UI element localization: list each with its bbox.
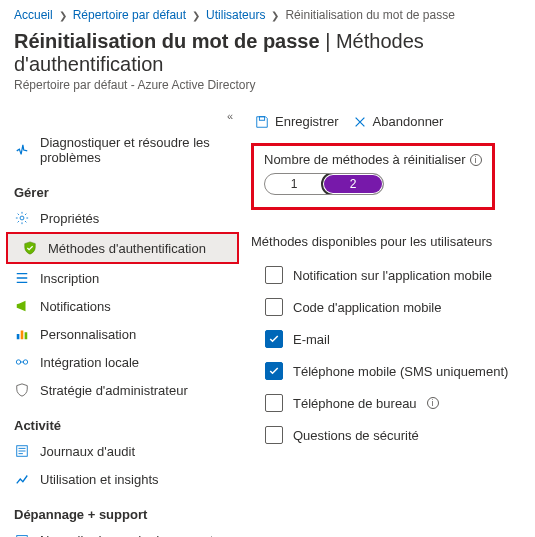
toggle-option-2[interactable]: 2 [324,175,382,193]
sidebar-item-label: Méthodes d'authentification [48,241,206,256]
chevron-right-icon: ❯ [192,10,200,21]
save-icon [255,115,269,129]
page-subtitle: Répertoire par défaut - Azure Active Dir… [14,78,521,92]
sidebar-section-support: Dépannage + support [0,493,245,526]
sidebar-item-label: Diagnostiquer et résoudre les problèmes [40,135,231,165]
breadcrumb: Accueil ❯ Répertoire par défaut ❯ Utilis… [0,0,535,26]
svg-point-0 [20,216,24,220]
page-title: Réinitialisation du mot de passe | Métho… [14,30,521,76]
method-mobile-phone[interactable]: Téléphone mobile (SMS uniquement) [251,355,525,387]
sidebar-item-properties[interactable]: Propriétés [0,204,245,232]
close-icon [353,115,367,129]
checkbox[interactable] [265,298,283,316]
sidebar-item-label: Inscription [40,271,99,286]
sidebar-item-customization[interactable]: Personnalisation [0,320,245,348]
sidebar-item-registration[interactable]: Inscription [0,264,245,292]
method-label: E-mail [293,332,330,347]
chevron-right-icon: ❯ [271,10,279,21]
methods-reset-label: Nombre de méthodes à réinitialiser i [264,152,482,167]
sidebar-section-manage: Gérer [0,171,245,204]
toolbar-label: Enregistrer [275,114,339,129]
insights-icon [14,471,30,487]
svg-rect-1 [17,334,20,339]
method-label: Téléphone mobile (SMS uniquement) [293,364,508,379]
sidebar-item-label: Personnalisation [40,327,136,342]
support-icon [14,532,30,537]
methods-reset-section: Nombre de méthodes à réinitialiser i 1 2 [251,143,495,210]
sidebar-item-label: Journaux d'audit [40,444,135,459]
chart-icon [14,326,30,342]
sidebar-item-onprem[interactable]: Intégration locale [0,348,245,376]
info-icon[interactable]: i [470,154,482,166]
collapse-icon[interactable]: « [227,110,231,122]
log-icon [14,443,30,459]
main-content: Enregistrer Abandonner Nombre de méthode… [245,104,535,537]
sidebar-item-usage-insights[interactable]: Utilisation et insights [0,465,245,493]
method-mobile-app-code[interactable]: Code d'application mobile [251,291,525,323]
gear-icon [14,210,30,226]
method-label: Notification sur l'application mobile [293,268,492,283]
toolbar-label: Abandonner [373,114,444,129]
available-methods-title: Méthodes disponibles pour les utilisateu… [251,234,525,249]
toggle-option-1[interactable]: 1 [265,174,323,194]
sidebar-section-activity: Activité [0,404,245,437]
methods-reset-toggle[interactable]: 1 2 [264,173,384,195]
diagnose-icon [14,142,30,158]
sidebar: « Diagnostiquer et résoudre les problème… [0,104,245,537]
shield-outline-icon [14,382,30,398]
svg-rect-2 [21,331,24,340]
list-icon [14,270,30,286]
toolbar: Enregistrer Abandonner [251,108,525,143]
breadcrumb-directory[interactable]: Répertoire par défaut [73,8,186,22]
method-label: Téléphone de bureau [293,396,417,411]
method-label: Questions de sécurité [293,428,419,443]
method-office-phone[interactable]: Téléphone de bureau i [251,387,525,419]
checkbox[interactable] [265,266,283,284]
svg-rect-9 [259,116,264,120]
breadcrumb-home[interactable]: Accueil [14,8,53,22]
chevron-right-icon: ❯ [59,10,67,21]
sidebar-item-auth-methods[interactable]: Méthodes d'authentification [8,234,237,262]
sidebar-item-audit-logs[interactable]: Journaux d'audit [0,437,245,465]
sidebar-item-notifications[interactable]: Notifications [0,292,245,320]
sidebar-item-label: Nouvelle demande de support [40,533,213,538]
method-security-questions[interactable]: Questions de sécurité [251,419,525,451]
method-email[interactable]: E-mail [251,323,525,355]
method-mobile-app-notification[interactable]: Notification sur l'application mobile [251,259,525,291]
sidebar-item-label: Stratégie d'administrateur [40,383,188,398]
sidebar-item-label: Propriétés [40,211,99,226]
svg-point-4 [16,360,20,364]
breadcrumb-users[interactable]: Utilisateurs [206,8,265,22]
discard-button[interactable]: Abandonner [353,114,444,129]
checkbox[interactable] [265,330,283,348]
page-header: Réinitialisation du mot de passe | Métho… [0,26,535,94]
breadcrumb-current: Réinitialisation du mot de passe [285,8,454,22]
svg-point-5 [23,360,27,364]
sidebar-item-label: Notifications [40,299,111,314]
info-icon[interactable]: i [427,397,439,409]
sidebar-item-label: Utilisation et insights [40,472,159,487]
method-label: Code d'application mobile [293,300,441,315]
shield-icon [22,240,38,256]
save-button[interactable]: Enregistrer [255,114,339,129]
link-icon [14,354,30,370]
checkbox[interactable] [265,394,283,412]
sidebar-item-diagnose[interactable]: Diagnostiquer et résoudre les problèmes [0,129,245,171]
sidebar-item-admin-policy[interactable]: Stratégie d'administrateur [0,376,245,404]
svg-rect-3 [25,332,28,339]
megaphone-icon [14,298,30,314]
checkbox[interactable] [265,426,283,444]
sidebar-item-new-support-request[interactable]: Nouvelle demande de support [0,526,245,537]
checkbox[interactable] [265,362,283,380]
sidebar-item-label: Intégration locale [40,355,139,370]
